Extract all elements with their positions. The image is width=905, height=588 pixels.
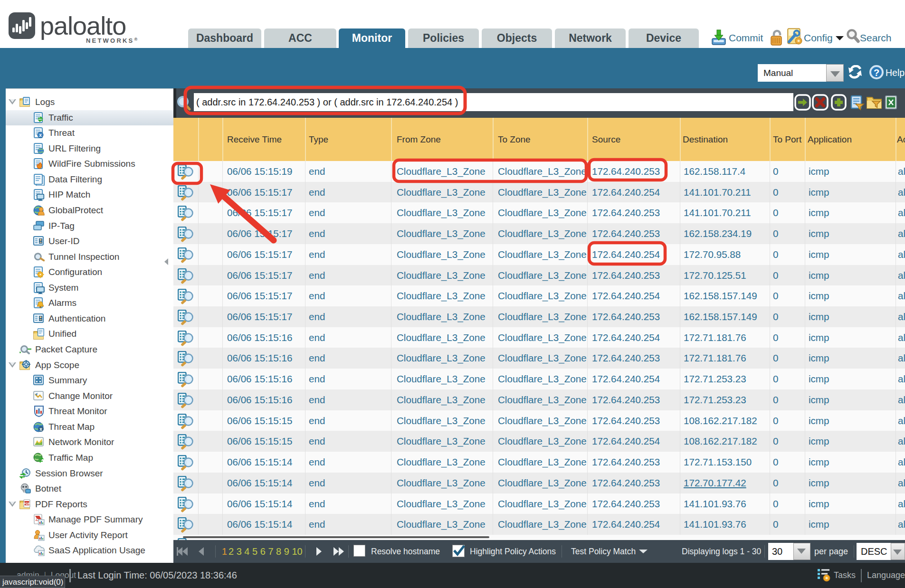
svg-text:?: ? — [874, 67, 879, 78]
svg-text:NETWORKS®: NETWORKS® — [86, 37, 139, 44]
svg-text:PDF: PDF — [24, 502, 31, 505]
svg-text:x: x — [39, 133, 42, 138]
svg-text:paloalto: paloalto — [40, 11, 126, 40]
svg-text:x: x — [39, 427, 42, 432]
